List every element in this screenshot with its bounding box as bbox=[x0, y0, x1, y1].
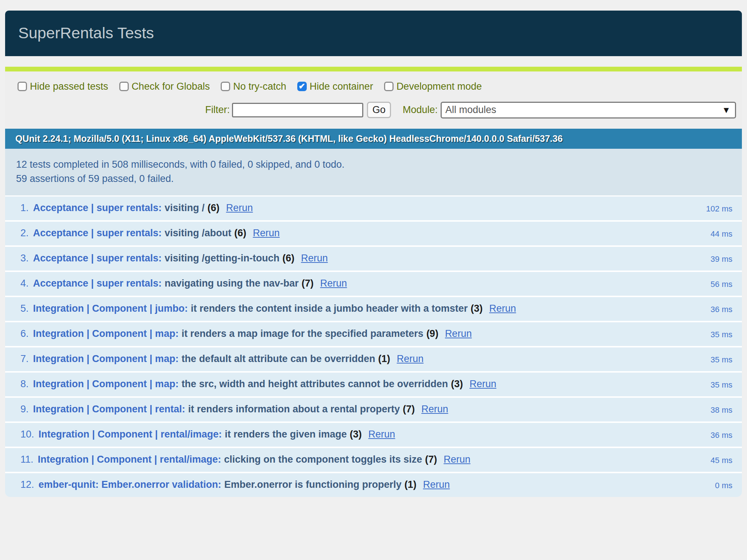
assertion-counts: (3) bbox=[471, 303, 483, 314]
test-name: clicking on the component toggles its si… bbox=[224, 454, 422, 465]
test-row[interactable]: 9.Integration | Component | rental:it re… bbox=[5, 398, 742, 423]
rerun-link[interactable]: Rerun bbox=[320, 278, 347, 289]
checkbox-unchecked-icon[interactable] bbox=[119, 82, 129, 91]
rerun-link[interactable]: Rerun bbox=[368, 429, 395, 440]
test-name: visiting /about bbox=[165, 228, 231, 238]
assertion-counts: (3) bbox=[350, 429, 362, 440]
test-row[interactable]: 12.ember-qunit: Ember.onerror validation… bbox=[5, 473, 742, 497]
test-number: 7. bbox=[20, 353, 29, 364]
test-number: 10. bbox=[20, 429, 34, 440]
test-runtime: 35 ms bbox=[711, 327, 732, 341]
test-row[interactable]: 11.Integration | Component | rental/imag… bbox=[5, 448, 742, 473]
filter-label: Filter: bbox=[205, 104, 230, 116]
test-row-main: 7.Integration | Component | map:the defa… bbox=[20, 353, 711, 365]
test-row[interactable]: 7.Integration | Component | map:the defa… bbox=[5, 347, 742, 373]
assertion-counts: (7) bbox=[302, 278, 314, 289]
test-number: 1. bbox=[20, 202, 29, 213]
test-row-main: 10.Integration | Component | rental/imag… bbox=[20, 428, 711, 440]
test-runtime: 35 ms bbox=[711, 353, 732, 366]
test-row[interactable]: 3.Acceptance | super rentals:visiting /g… bbox=[5, 247, 742, 272]
toolbar-checkbox-development-mode[interactable]: Development mode bbox=[384, 81, 482, 92]
test-name: it renders the given image bbox=[225, 429, 347, 440]
test-module-name: Acceptance | super rentals: bbox=[33, 202, 162, 213]
rerun-link[interactable]: Rerun bbox=[253, 228, 280, 238]
rerun-link[interactable]: Rerun bbox=[397, 353, 424, 364]
toolbar-checkbox-row: Hide passed testsCheck for GlobalsNo try… bbox=[11, 81, 736, 92]
assertion-counts: (6) bbox=[282, 253, 294, 264]
checkbox-label: Hide container bbox=[310, 81, 373, 92]
summary-line-2: 59 assertions of 59 passed, 0 failed. bbox=[16, 172, 731, 186]
module-select[interactable]: All modules ▼ bbox=[441, 102, 736, 118]
test-row[interactable]: 4.Acceptance | super rentals:navigating … bbox=[5, 272, 742, 297]
test-module-name: Integration | Component | rental: bbox=[33, 404, 185, 415]
assertion-counts: (6) bbox=[234, 228, 246, 238]
summary-line-1: 12 tests completed in 508 milliseconds, … bbox=[16, 158, 731, 172]
test-name: visiting / bbox=[165, 202, 205, 213]
test-number: 5. bbox=[20, 303, 29, 314]
filter-input[interactable] bbox=[232, 103, 363, 117]
test-row[interactable]: 6.Integration | Component | map:it rende… bbox=[5, 322, 742, 347]
test-number: 8. bbox=[20, 378, 29, 389]
test-number: 4. bbox=[20, 278, 29, 289]
rerun-link[interactable]: Rerun bbox=[301, 253, 328, 264]
toolbar-checkbox-check-for-globals[interactable]: Check for Globals bbox=[119, 81, 210, 92]
useragent-banner: QUnit 2.24.1; Mozilla/5.0 (X11; Linux x8… bbox=[5, 129, 742, 149]
rerun-link[interactable]: Rerun bbox=[421, 404, 448, 415]
test-name: navigating using the nav-bar bbox=[165, 278, 299, 289]
assertion-counts: (1) bbox=[405, 479, 417, 490]
assertion-counts: (7) bbox=[425, 454, 437, 465]
test-name: it renders information about a rental pr… bbox=[188, 404, 400, 415]
filter-go-button[interactable]: Go bbox=[367, 102, 391, 118]
toolbar-checkbox-hide-passed-tests[interactable]: Hide passed tests bbox=[18, 81, 108, 92]
checkbox-unchecked-icon[interactable] bbox=[18, 82, 27, 91]
test-row-main: 4.Acceptance | super rentals:navigating … bbox=[20, 277, 711, 289]
test-module-name: Acceptance | super rentals: bbox=[33, 253, 162, 264]
checkbox-unchecked-icon[interactable] bbox=[221, 82, 230, 91]
assertion-counts: (1) bbox=[378, 353, 390, 364]
test-row-main: 8.Integration | Component | map:the src,… bbox=[20, 378, 711, 390]
test-name: it renders the content inside a jumbo he… bbox=[191, 303, 468, 314]
test-number: 3. bbox=[20, 253, 29, 264]
toolbar-checkbox-no-try-catch[interactable]: No try-catch bbox=[221, 81, 286, 92]
test-module-name: Integration | Component | map: bbox=[33, 378, 179, 389]
rerun-link[interactable]: Rerun bbox=[226, 202, 253, 213]
test-runtime: 36 ms bbox=[711, 302, 732, 316]
test-row[interactable]: 8.Integration | Component | map:the src,… bbox=[5, 373, 742, 398]
rerun-link[interactable]: Rerun bbox=[445, 328, 472, 339]
test-row[interactable]: 2.Acceptance | super rentals:visiting /a… bbox=[5, 222, 742, 247]
rerun-link[interactable]: Rerun bbox=[444, 454, 471, 465]
test-number: 6. bbox=[20, 328, 29, 339]
assertion-counts: (7) bbox=[403, 404, 415, 415]
page-title-link[interactable]: SuperRentals Tests bbox=[18, 24, 154, 42]
checkbox-unchecked-icon[interactable] bbox=[384, 82, 394, 91]
test-module-name: Integration | Component | map: bbox=[33, 328, 179, 339]
test-runtime: 45 ms bbox=[711, 453, 732, 467]
test-row-main: 3.Acceptance | super rentals:visiting /g… bbox=[20, 252, 711, 264]
test-row[interactable]: 5.Integration | Component | jumbo:it ren… bbox=[5, 297, 742, 322]
test-list: 1.Acceptance | super rentals:visiting /(… bbox=[5, 197, 742, 497]
rerun-link[interactable]: Rerun bbox=[423, 479, 450, 490]
checkbox-label: Development mode bbox=[396, 81, 482, 92]
toolbar-checkbox-hide-container[interactable]: ✔Hide container bbox=[297, 81, 373, 92]
test-row[interactable]: 1.Acceptance | super rentals:visiting /(… bbox=[5, 197, 742, 222]
test-number: 12. bbox=[20, 479, 34, 490]
test-result-summary: 12 tests completed in 508 milliseconds, … bbox=[5, 149, 742, 197]
assertion-counts: (9) bbox=[426, 328, 438, 339]
test-row-main: 2.Acceptance | super rentals:visiting /a… bbox=[20, 227, 711, 239]
test-name: it renders a map image for the specified… bbox=[182, 328, 423, 339]
test-module-name: Acceptance | super rentals: bbox=[33, 278, 162, 289]
module-label: Module: bbox=[403, 104, 438, 116]
test-runtime: 39 ms bbox=[711, 252, 732, 265]
rerun-link[interactable]: Rerun bbox=[469, 378, 496, 389]
assertion-counts: (3) bbox=[451, 378, 463, 389]
test-module-name: Integration | Component | map: bbox=[33, 353, 179, 364]
test-toolbar: Hide passed testsCheck for GlobalsNo try… bbox=[5, 71, 742, 129]
assertion-counts: (6) bbox=[208, 202, 220, 213]
checkbox-checked-icon[interactable]: ✔ bbox=[297, 82, 307, 91]
test-name: the src, width and height attributes can… bbox=[182, 378, 448, 389]
test-row[interactable]: 10.Integration | Component | rental/imag… bbox=[5, 423, 742, 448]
test-runtime: 38 ms bbox=[711, 403, 732, 416]
rerun-link[interactable]: Rerun bbox=[489, 303, 516, 314]
test-name: the default alt attribute can be overrid… bbox=[182, 353, 375, 364]
page-title: SuperRentals Tests bbox=[5, 11, 742, 56]
